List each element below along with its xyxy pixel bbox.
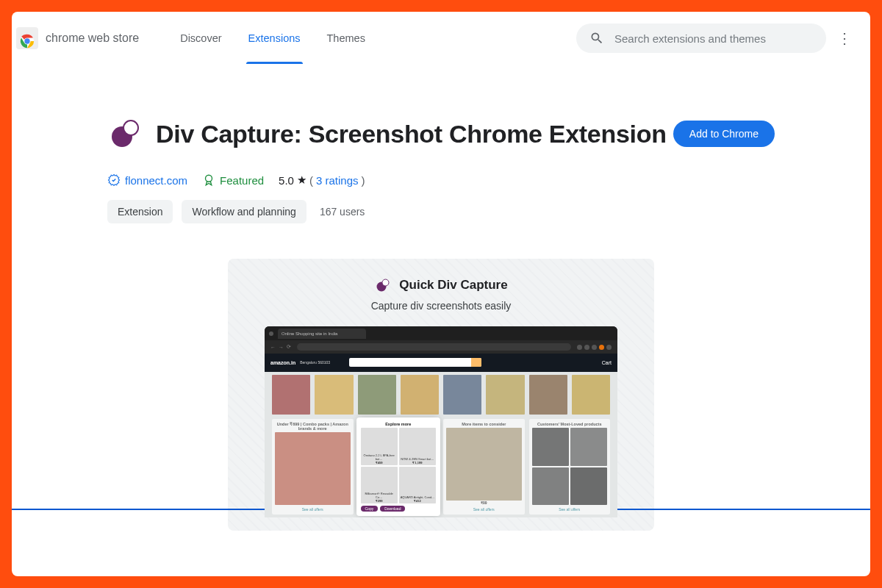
overflow-menu-icon[interactable]: ⋮ (833, 31, 856, 46)
featured-text: Featured (220, 174, 264, 187)
featured-badge: Featured (202, 173, 264, 187)
amz-card-1-highlighted: Explore more Omitano 2.2 L BPA-free bot…… (358, 419, 440, 514)
verified-icon (107, 173, 121, 187)
preview-title: Quick Div Capture (399, 278, 507, 293)
page: chrome web store Discover Extensions The… (12, 12, 870, 576)
amz-card-0: Under ₹699 | Combo packs | Amazon brands… (272, 419, 354, 514)
amz-card-3: Customers' Most-Loved products See all o… (529, 419, 611, 514)
svg-point-1 (24, 38, 29, 43)
preview-title-row: Quick Div Capture (228, 276, 654, 294)
preview-card: Quick Div Capture Capture div screenshot… (228, 259, 654, 531)
browser-tab: Online Shopping site in India (278, 329, 366, 339)
url-bar (297, 343, 571, 351)
extension-icon (107, 116, 143, 151)
cart-icon: Cart (602, 360, 612, 365)
svg-point-6 (382, 279, 389, 286)
amazon-search (349, 358, 481, 367)
meta-row-2: Extension Workflow and planning 167 user… (107, 200, 775, 223)
award-icon (202, 173, 215, 187)
users-count: 167 users (320, 206, 365, 218)
svg-point-4 (206, 175, 212, 182)
chrome-store-logo (16, 27, 38, 49)
search-placeholder: Search extensions and themes (614, 32, 766, 45)
extension-header: Div Capture: Screenshot Chrome Extension… (107, 65, 775, 151)
chip-category[interactable]: Workflow and planning (182, 200, 306, 223)
rating-count-link[interactable]: 3 ratings (316, 174, 359, 187)
amz-card-2: More items to consider ₹99 See all offer… (443, 419, 525, 514)
svg-point-3 (123, 121, 138, 135)
tab-themes[interactable]: Themes (327, 13, 365, 63)
preview-icon (374, 276, 392, 294)
star-icon: ★ (297, 173, 306, 187)
publisher-link[interactable]: flonnect.com (107, 173, 187, 187)
search-icon (589, 31, 604, 46)
preview-subtitle: Capture div screenshots easily (228, 300, 654, 312)
outer-frame: chrome web store Discover Extensions The… (0, 0, 882, 588)
tab-extensions[interactable]: Extensions (248, 13, 301, 63)
nav-tabs: Discover Extensions Themes (180, 13, 365, 63)
topbar: chrome web store Discover Extensions The… (12, 12, 870, 65)
meta-row-1: flonnect.com Featured 5.0 ★ (3 ratings) (107, 173, 775, 187)
search-input[interactable]: Search extensions and themes (576, 24, 826, 53)
tab-discover[interactable]: Discover (180, 13, 221, 63)
extension-title: Div Capture: Screenshot Chrome Extension (156, 120, 667, 148)
store-name: chrome web store (46, 32, 139, 45)
amazon-header: amazon.in Bengaluru 560103 Cart (265, 354, 617, 372)
chip-type[interactable]: Extension (107, 200, 173, 223)
rating: 5.0 ★ (3 ratings) (279, 173, 365, 187)
amazon-logo: amazon.in (270, 360, 295, 365)
download-button: Download (380, 506, 405, 512)
content: Div Capture: Screenshot Chrome Extension… (12, 65, 870, 531)
rating-value: 5.0 (279, 174, 294, 187)
add-to-chrome-button[interactable]: Add to Chrome (673, 121, 775, 147)
copy-button: Copy (361, 506, 379, 512)
preview-screenshot: Online Shopping site in India ←→⟳ amazon… (265, 326, 617, 517)
publisher-text: flonnect.com (125, 174, 187, 187)
